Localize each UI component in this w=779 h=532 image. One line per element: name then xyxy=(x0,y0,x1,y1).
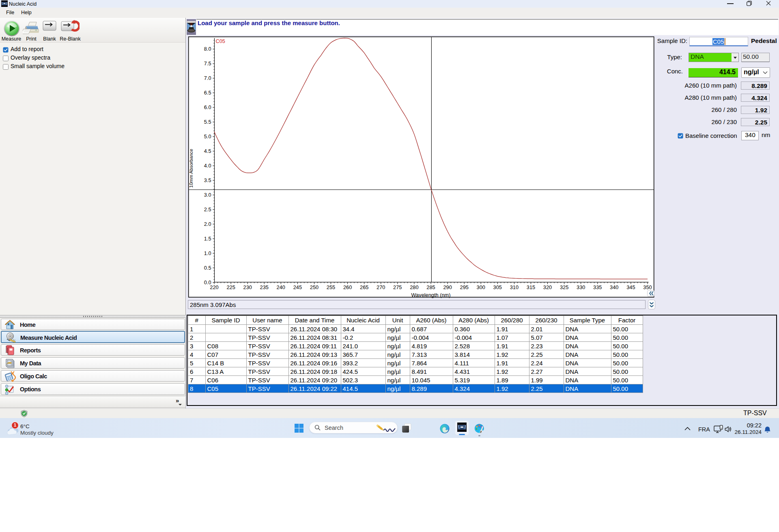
svg-text:6.5: 6.5 xyxy=(204,90,211,96)
svg-text:2.0: 2.0 xyxy=(204,221,211,227)
svg-text:0.5: 0.5 xyxy=(204,265,211,271)
svg-text:310: 310 xyxy=(510,284,519,290)
svg-text:10mm Absorbance: 10mm Absorbance xyxy=(189,149,194,188)
svg-text:230: 230 xyxy=(243,284,252,290)
svg-text:250: 250 xyxy=(310,284,318,290)
svg-text:345: 345 xyxy=(626,284,635,290)
svg-text:8.0: 8.0 xyxy=(204,46,211,52)
svg-text:C05: C05 xyxy=(216,38,225,44)
svg-text:3.5: 3.5 xyxy=(204,177,211,183)
svg-text:305: 305 xyxy=(493,284,502,290)
svg-text:5.5: 5.5 xyxy=(204,119,211,125)
svg-text:5.0: 5.0 xyxy=(204,133,211,139)
svg-text:335: 335 xyxy=(593,284,602,290)
svg-text:280: 280 xyxy=(410,284,418,290)
svg-text:330: 330 xyxy=(577,284,585,290)
svg-text:1.0: 1.0 xyxy=(204,250,211,256)
svg-text:7.5: 7.5 xyxy=(204,60,211,66)
svg-text:315: 315 xyxy=(527,284,535,290)
svg-text:300: 300 xyxy=(477,284,485,290)
svg-text:4.5: 4.5 xyxy=(204,148,211,154)
svg-text:245: 245 xyxy=(293,284,302,290)
svg-text:325: 325 xyxy=(560,284,568,290)
svg-text:265: 265 xyxy=(360,284,368,290)
svg-text:255: 255 xyxy=(327,284,335,290)
svg-text:6.0: 6.0 xyxy=(204,104,211,110)
svg-text:220: 220 xyxy=(210,284,218,290)
svg-text:285: 285 xyxy=(426,284,435,290)
svg-text:350: 350 xyxy=(643,284,652,290)
svg-text:225: 225 xyxy=(226,284,235,290)
svg-text:340: 340 xyxy=(610,284,618,290)
svg-text:1.5: 1.5 xyxy=(204,236,211,242)
svg-text:240: 240 xyxy=(277,284,285,290)
svg-text:320: 320 xyxy=(543,284,552,290)
svg-text:4.0: 4.0 xyxy=(204,163,211,169)
svg-text:260: 260 xyxy=(343,284,352,290)
svg-text:2.5: 2.5 xyxy=(204,206,211,212)
svg-text:290: 290 xyxy=(443,284,452,290)
svg-text:Wavelength (nm): Wavelength (nm) xyxy=(411,292,451,298)
svg-text:270: 270 xyxy=(377,284,385,290)
svg-text:295: 295 xyxy=(460,284,469,290)
svg-text:235: 235 xyxy=(260,284,269,290)
svg-text:3.0: 3.0 xyxy=(204,192,211,198)
svg-text:275: 275 xyxy=(393,284,402,290)
svg-text:7.0: 7.0 xyxy=(204,75,211,81)
